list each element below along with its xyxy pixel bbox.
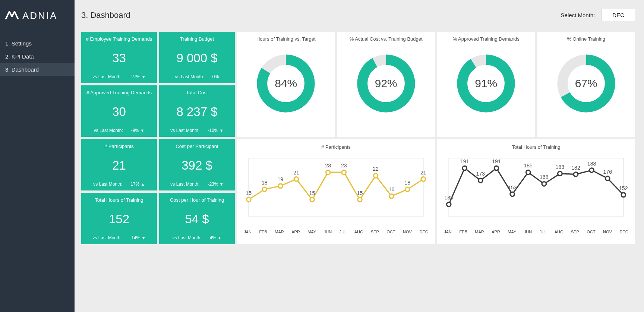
main-area: 3. Dashboard Select Month: DEC # Employe…: [75, 0, 644, 312]
trend-down-icon: ▼: [140, 128, 144, 133]
svg-text:18: 18: [404, 180, 410, 186]
svg-text:23: 23: [341, 163, 347, 168]
donut-title: % Actual Cost vs. Training Budget: [350, 36, 423, 44]
line-chart: # Participants151819211523231522161821JA…: [237, 139, 435, 244]
kpi-card-7: Cost per Hour of Training54 $vs Last Mon…: [159, 193, 235, 244]
donut-title: % Online Training: [567, 36, 605, 44]
kpi-value: 54 $: [185, 212, 209, 226]
svg-text:153: 153: [508, 185, 517, 190]
svg-rect-33: [449, 158, 624, 217]
kpi-card-5: Cost per Participant392 $vs Last Month:-…: [159, 139, 235, 190]
svg-point-10: [262, 187, 267, 192]
svg-text:16: 16: [389, 186, 395, 192]
svg-point-20: [421, 177, 426, 182]
nav-item-1[interactable]: 2. KPI Data: [0, 50, 75, 63]
trend-down-icon: ▼: [142, 236, 146, 240]
donut-percent: 91%: [454, 52, 518, 115]
donut-card-2: % Approved Training Demands91%: [437, 32, 535, 137]
svg-text:22: 22: [373, 166, 379, 172]
topbar: 3. Dashboard Select Month: DEC: [81, 7, 635, 32]
svg-point-44: [605, 176, 610, 181]
kpi-value: 21: [112, 158, 126, 173]
svg-point-13: [310, 198, 315, 202]
kpi-compare: vs Last Month:-9% ▼: [94, 128, 145, 133]
kpi-compare: vs Last Month:-14% ▼: [92, 235, 145, 240]
kpi-value: 392 $: [181, 158, 212, 173]
svg-point-16: [358, 198, 362, 202]
svg-text:188: 188: [587, 161, 596, 167]
donut-card-3: % Online Training67%: [537, 32, 635, 137]
kpi-title: # Approved Training Demands: [86, 90, 152, 95]
svg-text:173: 173: [476, 171, 485, 177]
nav-list: 1. Settings2. KPI Data3. Dashboard: [0, 37, 75, 76]
svg-point-35: [463, 166, 467, 170]
svg-text:15: 15: [357, 190, 363, 196]
trend-up-icon: ▲: [141, 182, 145, 186]
svg-point-11: [278, 184, 283, 188]
x-axis-labels: JANFEBMARAPRMAYJUNJULAUGSEPOCTNOVDEC: [240, 230, 432, 234]
svg-point-36: [479, 178, 483, 183]
nav-item-0[interactable]: 1. Settings: [0, 37, 75, 50]
svg-point-9: [246, 198, 251, 202]
kpi-compare: vs Last Month:17% ▲: [93, 182, 145, 187]
brand-logo: ADNIA: [0, 0, 75, 37]
svg-point-17: [373, 174, 378, 178]
donut-card-0: Hours of Training vs. Target84%: [237, 32, 335, 137]
svg-text:191: 191: [460, 158, 469, 164]
kpi-card-0: # Employee Training Demands33vs Last Mon…: [81, 32, 157, 83]
chart-title: # Participants: [240, 144, 432, 150]
svg-point-40: [542, 182, 546, 186]
chart-plot: 138191173191153185168183182188176152: [440, 152, 632, 227]
kpi-value: 8 237 $: [176, 105, 217, 119]
kpi-title: Training Budget: [180, 36, 214, 42]
svg-text:18: 18: [262, 180, 268, 186]
svg-text:183: 183: [556, 164, 565, 170]
kpi-card-3: Total Cost8 237 $vs Last Month:-10% ▼: [159, 85, 235, 137]
kpi-title: Cost per Hour of Training: [170, 197, 224, 203]
trend-down-icon: ▼: [220, 128, 224, 133]
month-selector-label: Select Month:: [561, 12, 595, 18]
svg-text:15: 15: [246, 190, 252, 196]
month-selector: Select Month: DEC: [561, 9, 635, 21]
trend-down-icon: ▼: [142, 75, 146, 79]
kpi-card-6: Total Hours of Training152vs Last Month:…: [81, 193, 157, 244]
donut-chart: 67%: [555, 52, 618, 115]
kpi-card-4: # Participants21vs Last Month:17% ▲: [81, 139, 157, 190]
svg-text:138: 138: [444, 195, 453, 201]
svg-text:185: 185: [524, 163, 533, 168]
dashboard-grid: # Employee Training Demands33vs Last Mon…: [81, 32, 635, 244]
kpi-value: 9 000 $: [176, 51, 217, 65]
svg-point-42: [574, 172, 578, 177]
donut-percent: 92%: [354, 52, 418, 115]
kpi-title: Cost per Participant: [176, 144, 218, 149]
x-axis-labels: JANFEBMARAPRMAYJUNJULAUGSEPOCTNOVDEC: [440, 230, 632, 234]
kpi-card-1: Training Budget9 000 $vs Last Month:0%: [159, 32, 235, 83]
line-chart: Total Hours of Training13819117319115318…: [437, 139, 635, 244]
kpi-compare: vs Last Month:-10% ▼: [170, 128, 223, 133]
svg-text:21: 21: [420, 170, 426, 176]
kpi-title: Total Hours of Training: [95, 197, 143, 203]
kpi-compare: vs Last Month:4% ▲: [173, 235, 222, 240]
kpi-compare: vs Last Month:0%: [175, 74, 219, 79]
svg-text:15: 15: [309, 190, 315, 196]
kpi-title: # Employee Training Demands: [86, 36, 152, 42]
svg-point-12: [294, 177, 299, 182]
svg-point-19: [405, 187, 410, 192]
sidebar: ADNIA 1. Settings2. KPI Data3. Dashboard: [0, 0, 75, 312]
svg-text:168: 168: [540, 174, 549, 180]
svg-point-43: [590, 168, 594, 173]
brand-name: ADNIA: [22, 10, 57, 22]
svg-point-45: [621, 193, 626, 197]
nav-item-2[interactable]: 3. Dashboard: [0, 63, 75, 76]
kpi-title: Total Cost: [186, 90, 208, 95]
svg-text:152: 152: [619, 185, 628, 191]
svg-point-41: [558, 171, 562, 176]
svg-point-38: [510, 192, 515, 196]
month-selector-value[interactable]: DEC: [602, 9, 635, 21]
trend-down-icon: ▼: [220, 182, 224, 186]
kpi-value: 30: [112, 105, 126, 119]
donut-percent: 84%: [254, 52, 318, 115]
logo-icon: [5, 10, 19, 22]
trend-up-icon: ▲: [217, 236, 221, 240]
kpi-value: 33: [112, 51, 126, 65]
